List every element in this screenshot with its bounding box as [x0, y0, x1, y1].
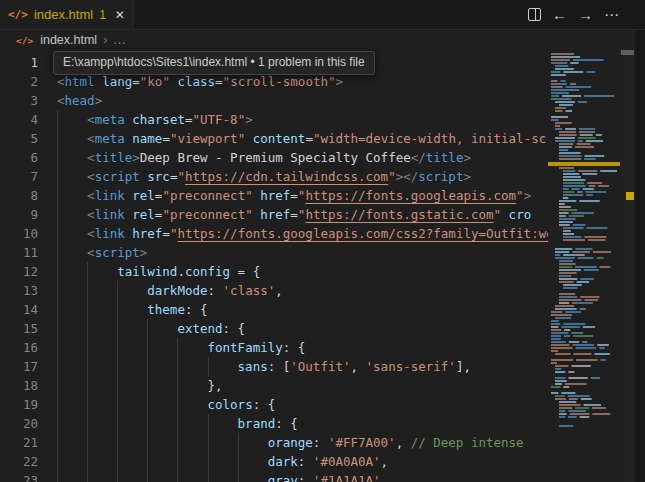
- code-line[interactable]: 3<head>: [0, 91, 548, 110]
- indent-guides: [57, 167, 87, 186]
- indent-guides: [57, 452, 268, 471]
- line-number: 13: [0, 281, 38, 300]
- indent-guides: [57, 433, 268, 452]
- line-number: 6: [0, 148, 38, 167]
- indent-guides: [57, 357, 238, 376]
- code-line[interactable]: 8<link rel="preconnect" href="https://fo…: [0, 186, 548, 205]
- code-line[interactable]: 18},: [0, 376, 548, 395]
- window-edge: [635, 30, 645, 482]
- indent-guides: [57, 129, 87, 148]
- breadcrumb-file[interactable]: index.html: [40, 33, 97, 47]
- code-line[interactable]: 10<link href="https://fonts.googleapis.c…: [0, 224, 548, 243]
- line-number: 21: [0, 433, 38, 452]
- code-line[interactable]: 13darkMode: 'class',: [0, 281, 548, 300]
- code-line[interactable]: 16fontFamily: {: [0, 338, 548, 357]
- code-line[interactable]: 7<script src="https://cdn.tailwindcss.co…: [0, 167, 548, 186]
- code-line[interactable]: 21orange: '#FF7A00', // Deep intense: [0, 433, 548, 452]
- line-number: 17: [0, 357, 38, 376]
- line-number: 14: [0, 300, 38, 319]
- indent-guides: [57, 148, 87, 167]
- vscode-editor-window: </> index.html 1 ✕ ← → ⋯ </> index.html …: [0, 0, 645, 482]
- indent-guides: [57, 319, 177, 338]
- code-line[interactable]: 5<meta name="viewport" content="width=de…: [0, 129, 548, 148]
- indent-guides: [57, 262, 117, 281]
- problems-tooltip: E:\xampp\htdocs\Sites1\index.html • 1 pr…: [53, 51, 375, 75]
- chevron-right-icon: ›: [103, 33, 107, 47]
- line-number: 4: [0, 110, 38, 129]
- code-line[interactable]: 17sans: ['Outfit', 'sans-serif'],: [0, 357, 548, 376]
- tab-index-html[interactable]: </> index.html 1 ✕: [0, 0, 134, 29]
- editor-actions: ← → ⋯: [528, 0, 619, 29]
- line-number: 8: [0, 186, 38, 205]
- indent-guides: [57, 243, 87, 262]
- scrollbar-track[interactable]: [620, 50, 635, 482]
- code-line[interactable]: 6<title>Deep Brew - Premium Specialty Co…: [0, 148, 548, 167]
- indent-guides: [57, 414, 238, 433]
- indent-guides: [57, 395, 208, 414]
- code-line[interactable]: 4<meta charset="UTF-8">: [0, 110, 548, 129]
- indent-guides: [57, 205, 87, 224]
- editor-tab-bar: </> index.html 1 ✕ ← → ⋯: [0, 0, 645, 30]
- code-line[interactable]: 22dark: '#0A0A0A',: [0, 452, 548, 471]
- line-number: 18: [0, 376, 38, 395]
- code-line[interactable]: 20brand: {: [0, 414, 548, 433]
- line-number: 23: [0, 471, 38, 482]
- code-line[interactable]: 23gray: '#1A1A1A',: [0, 471, 548, 482]
- indent-guides: [57, 300, 147, 319]
- line-number: 22: [0, 452, 38, 471]
- tab-label: index.html: [34, 7, 93, 22]
- line-number: 16: [0, 338, 38, 357]
- indent-guides: [57, 281, 147, 300]
- code-line[interactable]: 14theme: {: [0, 300, 548, 319]
- html-file-icon: </>: [16, 35, 33, 46]
- line-number: 20: [0, 414, 38, 433]
- line-number: 5: [0, 129, 38, 148]
- code-line[interactable]: 11<script>: [0, 243, 548, 262]
- more-actions-icon[interactable]: ⋯: [604, 7, 619, 22]
- html-file-icon: </>: [8, 8, 28, 21]
- line-number: 3: [0, 91, 38, 110]
- code-line[interactable]: 19colors: {: [0, 395, 548, 414]
- breadcrumb: </> index.html › ...: [0, 30, 635, 50]
- indent-guides: [57, 110, 87, 129]
- overview-ruler-warning-marker: [626, 192, 634, 200]
- line-number: 10: [0, 224, 38, 243]
- tab-problem-count-badge: 1: [99, 8, 106, 22]
- code-line[interactable]: 9<link rel="preconnect" href="https://fo…: [0, 205, 548, 224]
- close-tab-icon[interactable]: ✕: [115, 8, 125, 22]
- indent-guides: [57, 376, 208, 395]
- line-number: 2: [0, 72, 38, 91]
- indent-guides: [57, 471, 268, 482]
- code-editor[interactable]: 12<html lang="ko" class="scroll-smooth">…: [0, 50, 548, 482]
- line-number: 11: [0, 243, 38, 262]
- indent-guides: [57, 186, 87, 205]
- scrollbar-thumb[interactable]: [621, 50, 634, 55]
- indent-guides: [57, 224, 87, 243]
- code-line[interactable]: 15extend: {: [0, 319, 548, 338]
- split-editor-icon[interactable]: [528, 8, 541, 21]
- line-number: 1: [0, 53, 38, 72]
- navigate-back-icon[interactable]: ←: [552, 7, 567, 22]
- navigate-forward-icon[interactable]: →: [578, 7, 593, 22]
- line-number: 9: [0, 205, 38, 224]
- line-number: 7: [0, 167, 38, 186]
- indent-guides: [57, 338, 208, 357]
- minimap[interactable]: [548, 50, 620, 482]
- line-number: 19: [0, 395, 38, 414]
- line-number: 15: [0, 319, 38, 338]
- line-number: 12: [0, 262, 38, 281]
- breadcrumb-more[interactable]: ...: [113, 33, 126, 47]
- code-line[interactable]: 12tailwind.config = {: [0, 262, 548, 281]
